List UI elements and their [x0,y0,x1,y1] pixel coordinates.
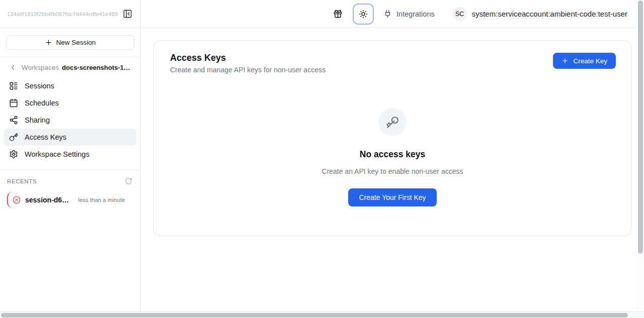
integrations-button[interactable]: Integrations [383,10,435,18]
vertical-scrollbar-thumb[interactable] [638,1,643,254]
sidebar-item-label: Access Keys [25,133,66,141]
sidebar-collapse-button[interactable] [122,8,133,20]
sidebar: 134a9f1819f2bb4fb067fac7d444cdfe41e48978… [0,0,141,311]
card-header-text: Access Keys Create and manage API keys f… [170,53,326,74]
key-icon [9,133,18,142]
plus-icon [561,57,569,64]
sidebar-item-access-keys[interactable]: Access Keys [4,129,136,146]
new-session-label: New Session [56,39,96,46]
access-keys-card: Access Keys Create and manage API keys f… [153,40,631,236]
sidebar-item-workspace-settings[interactable]: Workspace Settings [4,146,136,163]
sidebar-item-schedules[interactable]: Schedules [4,94,136,112]
refresh-icon [125,177,132,185]
plus-icon [45,39,52,46]
calendar-icon [9,98,18,108]
new-session-button[interactable]: New Session [6,35,134,50]
create-key-label: Create Key [573,57,607,65]
username: system:serviceaccount:ambient-code:test-… [472,10,627,18]
empty-state-description: Create an API key to enable non-user acc… [322,167,463,175]
empty-state: No access keys Create an API key to enab… [154,108,631,206]
recents-section: RECENTS session-d6… less than a minute [0,170,140,208]
recents-header: RECENTS [6,175,134,187]
sidebar-header: 134a9f1819f2bb4fb067fac7d444cdfe41e48978 [0,0,140,28]
app-layout: 134a9f1819f2bb4fb067fac7d444cdfe41e48978… [0,0,644,311]
sidebar-item-sessions[interactable]: Sessions [4,77,136,94]
create-first-key-button[interactable]: Create Your First Key [348,188,436,206]
horizontal-scrollbar-thumb[interactable] [1,313,628,317]
gift-icon [333,9,343,19]
create-key-button[interactable]: Create Key [553,53,616,69]
key-icon-circle [378,108,407,136]
horizontal-scrollbar-track[interactable] [0,311,644,318]
recent-session-name: session-d6… [25,196,69,204]
theme-toggle-button[interactable] [353,4,374,25]
recent-session-time: less than a minute [78,197,125,203]
gift-button[interactable] [332,8,344,20]
share-icon [9,116,18,125]
vertical-scrollbar-track[interactable] [637,0,644,311]
card-header: Access Keys Create and manage API keys f… [154,41,631,74]
integrations-label: Integrations [396,10,435,18]
recents-title: RECENTS [7,178,37,184]
page-subtitle: Create and manage API keys for non-user … [170,66,326,74]
recent-session-item[interactable]: session-d6… less than a minute [7,192,134,208]
main-content: Access Keys Create and manage API keys f… [141,28,644,311]
avatar-initials: SC [455,11,464,18]
page-title: Access Keys [170,53,326,63]
key-icon [386,116,399,129]
breadcrumb: Workspaces docs-screenshots-17… [0,57,140,75]
gear-icon [9,150,18,159]
topbar: Integrations SC system:serviceaccount:am… [141,0,644,28]
panel-left-close-icon [123,9,132,19]
breadcrumb-workspaces-link[interactable]: Workspaces [22,64,59,71]
sidebar-item-sharing[interactable]: Sharing [4,112,136,129]
sidebar-item-label: Workspace Settings [25,150,90,158]
sidebar-item-label: Sharing [25,116,50,124]
sidebar-item-label: Sessions [25,82,54,90]
sun-icon [359,10,368,19]
main-column: Integrations SC system:serviceaccount:am… [141,0,644,311]
plug-icon [383,10,392,18]
refresh-button[interactable] [124,176,133,186]
sidebar-item-label: Schedules [25,99,59,107]
new-session-container: New Session [0,28,140,57]
empty-state-heading: No access keys [360,149,425,160]
breadcrumb-current-workspace: docs-screenshots-17… [62,64,132,71]
layout-list-icon [9,81,18,90]
error-circle-x-icon [13,196,21,204]
sidebar-nav: Sessions Schedules Sharing [0,75,140,165]
chevron-left-icon[interactable] [9,64,17,71]
avatar[interactable]: SC [453,7,467,21]
create-first-key-label: Create Your First Key [359,193,426,201]
workspace-hash: 134a9f1819f2bb4fb067fac7d444cdfe41e48978 [7,11,118,17]
